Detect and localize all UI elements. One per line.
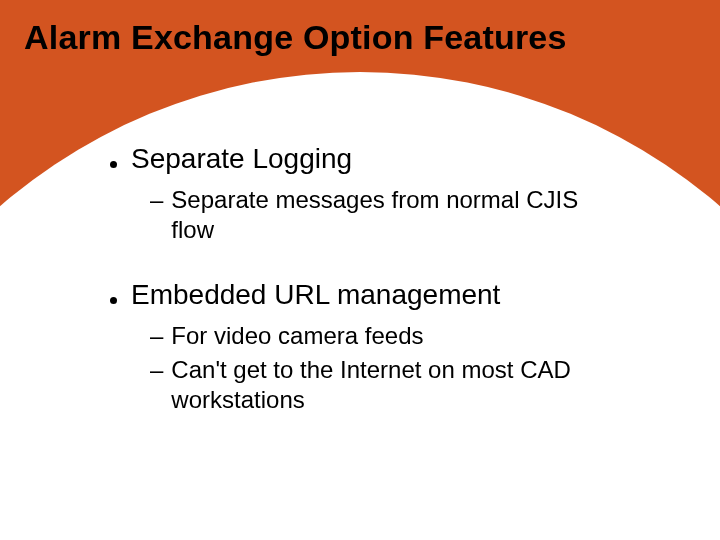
bullet-group: Separate Logging – Separate messages fro…	[110, 143, 660, 245]
bullet-group: Embedded URL management – For video came…	[110, 279, 660, 415]
bullet-text: Separate Logging	[131, 143, 352, 175]
sub-item: – Separate messages from normal CJIS flo…	[150, 185, 660, 245]
sub-item: – Can't get to the Internet on most CAD …	[150, 355, 660, 415]
slide-content: Separate Logging – Separate messages fro…	[0, 57, 720, 415]
bullet-dot-icon	[110, 161, 117, 168]
dash-icon: –	[150, 355, 163, 385]
sub-text: Can't get to the Internet on most CAD wo…	[171, 355, 601, 415]
slide-title: Alarm Exchange Option Features	[0, 0, 720, 57]
sub-item: – For video camera feeds	[150, 321, 660, 351]
sub-text: Separate messages from normal CJIS flow	[171, 185, 601, 245]
bullet-item: Separate Logging	[110, 143, 660, 175]
dash-icon: –	[150, 185, 163, 215]
bullet-text: Embedded URL management	[131, 279, 500, 311]
bullet-dot-icon	[110, 297, 117, 304]
dash-icon: –	[150, 321, 163, 351]
sub-text: For video camera feeds	[171, 321, 423, 351]
bullet-item: Embedded URL management	[110, 279, 660, 311]
